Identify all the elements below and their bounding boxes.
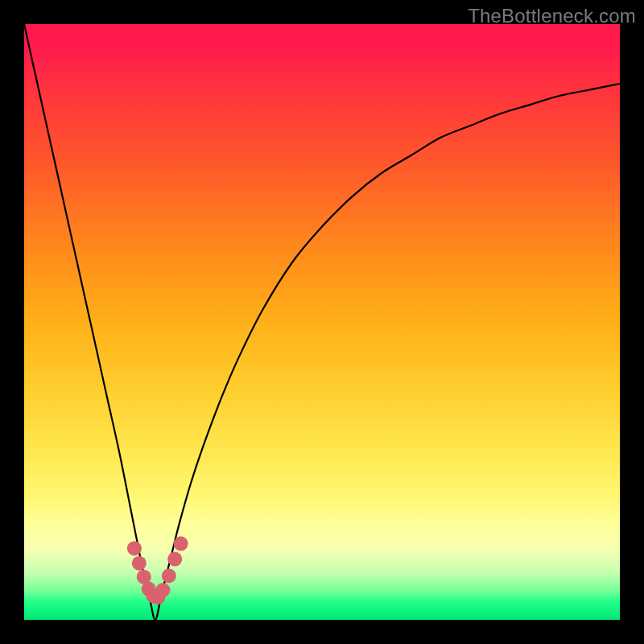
curve-layer xyxy=(24,24,620,620)
highlight-marker xyxy=(132,556,147,571)
highlight-marker xyxy=(162,568,176,583)
chart-frame: TheBottleneck.com xyxy=(0,0,644,644)
plot-area xyxy=(24,24,620,620)
highlight-marker xyxy=(174,536,188,551)
highlight-marker xyxy=(127,541,142,555)
highlight-marker xyxy=(155,583,170,597)
bottleneck-curve-path xyxy=(24,24,620,620)
highlight-markers xyxy=(127,536,188,605)
highlight-marker xyxy=(167,552,182,567)
